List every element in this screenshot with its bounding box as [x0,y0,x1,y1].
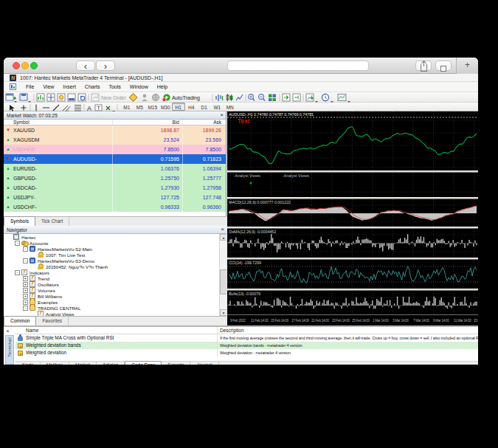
text-label-icon[interactable]: T [95,105,102,111]
market-watch-row[interactable]: USDCAD- 1.27930 1.27958 [4,183,226,193]
bar-chart-icon[interactable] [216,94,223,101]
expert-advisors-icon[interactable] [142,94,148,101]
market-watch-row[interactable]: GBPUSD- 1.25750 1.25777 [4,173,226,183]
line-chart-icon[interactable] [236,94,243,100]
chart-system-icon[interactable] [10,83,16,90]
chart-area[interactable]: AUDUSD-,H1 0.74780 0.74787 0.74769 0.747… [227,111,478,325]
mac-zoom-button[interactable] [30,62,38,69]
analyst-views-pane[interactable]: .Analyst Views.Analyst Views [227,173,478,197]
tree-item[interactable]: - Indicators [4,269,219,275]
macd-pane[interactable]: MACD(12,26,9) 0.000777 0.001222 [227,199,478,227]
menu-item[interactable]: Tools [104,84,125,89]
column-name[interactable]: Name [15,327,218,334]
market-watch-close-icon[interactable]: × [220,111,224,119]
terminal-caption-strip[interactable]: Terminal [5,335,14,365]
strategy-tester-icon[interactable] [78,94,86,101]
crosshair-icon[interactable] [21,106,27,111]
terminal-tab[interactable]: Experts [162,362,190,365]
navigator-icon[interactable] [58,94,65,101]
timeframe-button[interactable]: M15 [146,103,159,111]
address-field[interactable] [227,61,369,71]
column-description[interactable]: Description [218,327,478,334]
tab-overview-button[interactable] [435,61,452,71]
data-window-icon[interactable] [47,94,55,101]
tree-expander[interactable]: + [23,276,28,281]
back-button[interactable]: ‹ [76,61,95,71]
new-order-label[interactable]: New Order [101,95,127,100]
tree-item[interactable]: - HantecMarketsVu-S2-Main [4,246,219,252]
tree-expander[interactable]: - [23,258,28,263]
terminal-close-icon[interactable]: × [6,328,10,334]
navigator-close-icon[interactable]: × [221,226,224,233]
osma-pane[interactable]: OsMA(12,26,9) -0.0004452 [227,229,478,258]
chart-text-object[interactable]: Text [238,117,249,125]
scroll-up-icon[interactable]: ▲ [220,234,226,241]
terminal-tab[interactable]: Alerts [15,362,41,365]
tree-item[interactable]: + Volumes [4,287,219,293]
periods-icon[interactable] [322,94,333,103]
tree-item[interactable]: 1007: Tim Live Test [4,252,219,258]
zoom-in-icon[interactable] [249,94,255,101]
mac-titlebar[interactable]: ‹ › + [4,58,478,74]
navigator-tab[interactable]: Common [4,316,36,325]
zoom-out-icon[interactable] [259,94,265,101]
cursor-icon[interactable] [10,105,15,111]
tree-item[interactable]: + Examples [4,299,219,305]
timeframe-button[interactable]: M5 [134,103,147,111]
market-watch-tab[interactable]: Symbols [4,216,35,226]
terminal-tab[interactable]: Journal [190,362,218,365]
market-watch-row[interactable]: AUDUSD- 0.71595 0.71623 [4,154,226,164]
menu-item[interactable]: Window [125,84,153,89]
timeframe-button[interactable]: W1 [211,103,224,111]
scroll-down-icon[interactable]: ▼ [220,309,226,316]
market-watch-row[interactable]: XAUUSD 1898.87 1899.26 [4,125,226,135]
menu-item[interactable]: View [38,84,58,89]
bulls-power-pane[interactable]: Bulls(13) -0.00076 [227,291,478,314]
templates-icon[interactable] [338,94,350,103]
tile-windows-icon[interactable] [269,94,276,102]
column-symbol[interactable]: Symbol [4,120,113,125]
trendline-icon[interactable] [53,105,59,111]
tree-expander[interactable]: + [23,282,28,287]
tree-item[interactable]: + Oscillators [4,281,219,287]
tree-expander[interactable]: - [23,247,28,252]
mac-minimize-button[interactable] [21,62,29,69]
profiles-icon[interactable] [20,94,31,103]
menu-item[interactable]: Charts [80,84,105,89]
tree-item[interactable]: + Trend [4,275,219,281]
timeframe-button[interactable]: H4 [185,103,198,111]
metaeditor-icon[interactable] [129,94,137,102]
share-button[interactable] [415,61,432,71]
tree-item[interactable]: - TRADING CENTRAL [4,305,219,311]
market-watch-row[interactable]: USDCHF- 0.96333 0.96360 [4,202,226,212]
market-watch-tab[interactable]: Tick Chart [35,217,69,226]
terminal-icon[interactable] [68,94,75,101]
candlestick-chart-icon[interactable] [226,94,232,101]
menu-item[interactable]: File [21,84,38,89]
navigator-scrollbar[interactable]: ▲ ▼ [219,234,226,316]
tree-expander[interactable]: + [23,300,28,305]
menu-item[interactable]: Insert [58,84,80,89]
text-tool-icon[interactable]: A [87,105,91,112]
tree-expander[interactable]: + [23,294,28,299]
community-icon[interactable] [152,94,159,100]
cci-pane[interactable]: CCI(14) -199.7299 [227,260,478,289]
tree-item[interactable]: 20150452: Nguy?n V?n Thanh [4,263,219,269]
market-watch-row[interactable]: USDHKD 7.8500 7.8500 [4,145,226,154]
terminal-tab[interactable]: Mailbox [41,362,69,365]
new-tab-button[interactable]: + [456,58,478,74]
price-chart-pane[interactable]: AUDUSD-,H1 0.74780 0.74787 0.74769 0.747… [227,111,478,170]
new-order-icon[interactable] [91,94,99,101]
tree-expander[interactable]: - [23,306,28,311]
terminal-tab[interactable]: Market [69,362,97,365]
tree-item[interactable]: Hantec [4,234,219,240]
indicators-icon[interactable] [306,94,318,103]
menu-item[interactable]: Help [153,84,172,89]
tree-item[interactable]: + Bill Williams [4,293,219,299]
terminal-row[interactable]: Simple Triple MA Cross with Optional RSI… [15,334,478,342]
scrollbar-thumb[interactable] [220,269,226,294]
terminal-tab[interactable]: Articles [97,362,125,365]
market-watch-row[interactable]: USDJPY- 127.725 127.748 [4,193,226,202]
tree-expander[interactable]: - [15,270,20,275]
tree-item[interactable]: - Accounts [4,240,219,246]
